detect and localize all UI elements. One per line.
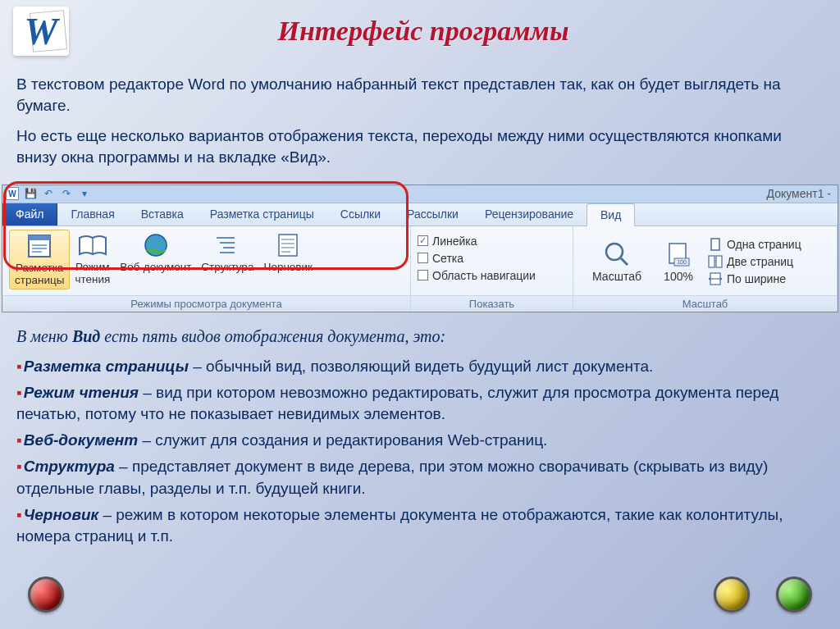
word-logo-icon: W <box>13 7 69 56</box>
tab-page-layout[interactable]: Разметка страницы <box>197 203 327 226</box>
magnifier-icon <box>603 240 631 268</box>
redo-icon[interactable]: ↷ <box>60 187 73 200</box>
group-show: ✓Линейка Сетка Область навигации Показат… <box>411 226 573 312</box>
mode-list: ▪Разметка страницы – обычный вид, позвол… <box>0 356 840 548</box>
btn-label: Структура <box>201 261 253 274</box>
print-layout-icon <box>25 232 54 260</box>
svg-rect-11 <box>279 235 297 256</box>
one-page-icon <box>708 237 723 252</box>
nav-back <box>28 577 64 613</box>
btn-label: Режим <box>75 261 110 274</box>
pct-label: 100% <box>664 270 693 283</box>
btn-draft[interactable]: Черновик <box>258 230 317 288</box>
svg-line-17 <box>621 258 628 265</box>
checkbox-icon <box>418 270 428 280</box>
page-100-icon: 100 <box>664 240 692 268</box>
list-item: ▪Режим чтения – вид при котором невозмож… <box>16 382 824 425</box>
tab-references[interactable]: Ссылки <box>327 203 394 226</box>
chk-label: Сетка <box>432 252 463 265</box>
word-mini-icon: W <box>6 187 19 200</box>
nav-forward <box>714 577 812 613</box>
slide-header: W Интерфейс программы <box>0 0 840 62</box>
draft-icon <box>273 231 303 259</box>
btn-label: Веб-документ <box>120 261 191 274</box>
list-item: ▪Разметка страницы – обычный вид, позвол… <box>16 356 824 377</box>
checkbox-nav-pane[interactable]: Область навигации <box>418 269 536 282</box>
list-item: ▪Черновик – режим в котором некоторые эл… <box>16 504 824 547</box>
ribbon-body: Разметка страницы Режим чтения <box>2 226 838 312</box>
checkbox-ruler[interactable]: ✓Линейка <box>418 235 536 248</box>
svg-rect-23 <box>716 256 722 267</box>
globe-icon <box>141 231 171 259</box>
nav-light-green[interactable] <box>776 577 812 613</box>
btn-label: Разметка <box>16 262 63 275</box>
btn-label: страницы <box>15 274 64 287</box>
page-width-icon <box>708 271 723 286</box>
group-label: Масштаб <box>573 295 837 312</box>
btn-label: чтения <box>75 273 110 286</box>
document-title: Документ1 - <box>767 187 831 200</box>
svg-rect-21 <box>711 239 719 250</box>
chk-label: Область навигации <box>432 269 536 282</box>
btn-zoom[interactable]: Масштаб <box>580 240 654 283</box>
btn-reading-mode[interactable]: Режим чтения <box>70 230 115 288</box>
list-item: ▪Веб-документ – служит для создания и ре… <box>16 430 824 451</box>
chk-label: Линейка <box>432 235 477 248</box>
intro-p1: В текстовом редакторе Word по умолчанию … <box>16 74 824 116</box>
tab-file[interactable]: Файл <box>2 203 57 226</box>
tab-home[interactable]: Главная <box>57 203 127 226</box>
item-label: Две страниц <box>727 255 793 268</box>
tab-view[interactable]: Вид <box>587 203 635 226</box>
tab-mailings[interactable]: Рассылки <box>394 203 472 226</box>
group-zoom: Масштаб 100 100% Одна страниц Две с <box>573 226 838 312</box>
item-label: По ширине <box>727 272 786 285</box>
reading-mode-icon <box>78 231 107 259</box>
explain-line: В меню Вид есть пять видов отображения д… <box>0 319 840 351</box>
btn-two-pages[interactable]: Две страниц <box>708 254 801 269</box>
intro-p2: Но есть еще несколько вариантов отображе… <box>16 125 824 167</box>
svg-rect-22 <box>709 256 714 267</box>
group-label: Показать <box>411 295 573 312</box>
qat-dropdown-icon[interactable]: ▾ <box>78 187 91 200</box>
outline-icon <box>212 231 242 259</box>
save-icon[interactable]: 💾 <box>24 187 37 200</box>
ribbon-tabs: Файл Главная Вставка Разметка страницы С… <box>2 203 838 226</box>
btn-web-layout[interactable]: Веб-документ <box>115 230 196 288</box>
checkbox-grid[interactable]: Сетка <box>418 252 536 265</box>
item-label: Одна страниц <box>727 238 801 251</box>
group-view-modes: Разметка страницы Режим чтения <box>2 226 411 312</box>
undo-icon[interactable]: ↶ <box>42 187 55 200</box>
btn-one-page[interactable]: Одна страниц <box>708 237 801 252</box>
nav-light-yellow[interactable] <box>714 577 750 613</box>
intro-text: В текстовом редакторе Word по умолчанию … <box>0 62 840 181</box>
group-label: Режимы просмотра документа <box>2 295 410 312</box>
quick-access-toolbar: W 💾 ↶ ↷ ▾ Документ1 - <box>2 185 838 203</box>
check-icon: ✓ <box>418 235 428 246</box>
tab-review[interactable]: Рецензирование <box>472 203 587 226</box>
btn-print-layout[interactable]: Разметка страницы <box>9 230 70 289</box>
btn-label: Черновик <box>263 261 313 274</box>
svg-text:100: 100 <box>677 259 687 265</box>
slide-title: Интерфейс программы <box>69 16 827 47</box>
checkbox-icon <box>418 253 428 263</box>
zoom-label: Масштаб <box>592 270 641 283</box>
ribbon-screenshot: W 💾 ↶ ↷ ▾ Документ1 - Файл Главная Встав… <box>2 185 838 312</box>
svg-point-16 <box>606 244 623 260</box>
btn-page-width[interactable]: По ширине <box>708 271 801 286</box>
two-pages-icon <box>708 254 723 269</box>
svg-rect-1 <box>29 235 50 240</box>
btn-outline[interactable]: Структура <box>196 230 258 288</box>
btn-zoom-100[interactable]: 100 100% <box>654 240 703 283</box>
tab-insert[interactable]: Вставка <box>128 203 197 226</box>
nav-light-red[interactable] <box>28 577 64 613</box>
list-item: ▪Структура – представляет документ в вид… <box>16 456 824 499</box>
